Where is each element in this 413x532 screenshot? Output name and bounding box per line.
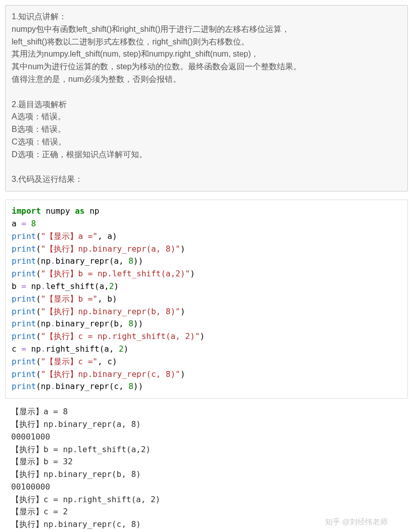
watermark: 知乎 @刘经纬老师 <box>325 517 388 527</box>
explanation-text: 1.知识点讲解： numpy包中有函数left_shift()和right_sh… <box>12 11 401 186</box>
output-block: 【显示】a = 8 【执行】np.binary_repr(a, 8) 00001… <box>5 406 408 532</box>
explanation-box: 1.知识点讲解： numpy包中有函数left_shift()和right_sh… <box>5 5 408 191</box>
code-block: import numpy as npa = 8print("【显示】a =", … <box>5 200 408 399</box>
